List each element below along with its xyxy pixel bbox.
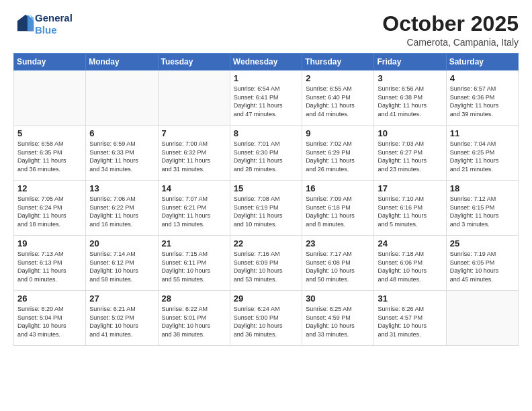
- week-row-1: 1Sunrise: 6:54 AM Sunset: 6:41 PM Daylig…: [14, 71, 519, 126]
- day-cell: 26Sunrise: 6:20 AM Sunset: 5:04 PM Dayli…: [14, 291, 86, 346]
- logo: General Blue: [13, 12, 73, 36]
- week-row-4: 19Sunrise: 7:13 AM Sunset: 6:13 PM Dayli…: [14, 236, 519, 291]
- day-number: 6: [89, 128, 154, 138]
- day-cell: 8Sunrise: 7:01 AM Sunset: 6:30 PM Daylig…: [230, 126, 302, 181]
- day-cell: 29Sunrise: 6:24 AM Sunset: 5:00 PM Dayli…: [230, 291, 302, 346]
- day-cell: 18Sunrise: 7:12 AM Sunset: 6:15 PM Dayli…: [446, 181, 518, 236]
- day-number: 18: [450, 183, 515, 193]
- week-row-3: 12Sunrise: 7:05 AM Sunset: 6:24 PM Dayli…: [14, 181, 519, 236]
- day-number: 27: [89, 293, 154, 304]
- day-number: 13: [89, 183, 154, 193]
- day-info: Sunrise: 7:10 AM Sunset: 6:16 PM Dayligh…: [378, 195, 442, 228]
- day-number: 11: [450, 128, 515, 138]
- calendar: SundayMondayTuesdayWednesdayThursdayFrid…: [13, 53, 519, 346]
- day-number: 14: [162, 183, 226, 193]
- day-info: Sunrise: 7:06 AM Sunset: 6:22 PM Dayligh…: [89, 195, 154, 228]
- day-number: 5: [17, 128, 82, 138]
- day-number: 20: [89, 238, 154, 248]
- day-info: Sunrise: 7:03 AM Sunset: 6:27 PM Dayligh…: [378, 140, 442, 173]
- day-cell: 25Sunrise: 7:19 AM Sunset: 6:05 PM Dayli…: [446, 236, 518, 291]
- day-info: Sunrise: 7:15 AM Sunset: 6:11 PM Dayligh…: [162, 250, 226, 283]
- day-info: Sunrise: 6:21 AM Sunset: 5:02 PM Dayligh…: [89, 305, 154, 338]
- day-number: 10: [378, 128, 442, 138]
- day-cell: 10Sunrise: 7:03 AM Sunset: 6:27 PM Dayli…: [374, 126, 446, 181]
- day-number: 17: [378, 183, 442, 193]
- day-info: Sunrise: 6:55 AM Sunset: 6:40 PM Dayligh…: [306, 85, 370, 118]
- day-info: Sunrise: 6:58 AM Sunset: 6:35 PM Dayligh…: [17, 140, 82, 173]
- day-info: Sunrise: 7:19 AM Sunset: 6:05 PM Dayligh…: [450, 250, 515, 283]
- day-cell: 30Sunrise: 6:25 AM Sunset: 4:59 PM Dayli…: [302, 291, 374, 346]
- weekday-wednesday: Wednesday: [230, 54, 302, 71]
- day-cell: 12Sunrise: 7:05 AM Sunset: 6:24 PM Dayli…: [14, 181, 86, 236]
- day-cell: 28Sunrise: 6:22 AM Sunset: 5:01 PM Dayli…: [158, 291, 230, 346]
- day-info: Sunrise: 7:07 AM Sunset: 6:21 PM Dayligh…: [162, 195, 226, 228]
- day-cell: 11Sunrise: 7:04 AM Sunset: 6:25 PM Dayli…: [446, 126, 518, 181]
- weekday-friday: Friday: [374, 54, 446, 71]
- day-number: 7: [162, 128, 226, 138]
- day-cell: 23Sunrise: 7:17 AM Sunset: 6:08 PM Dayli…: [302, 236, 374, 291]
- day-cell: [86, 71, 158, 126]
- day-number: 16: [306, 183, 370, 193]
- day-cell: 20Sunrise: 7:14 AM Sunset: 6:12 PM Dayli…: [86, 236, 158, 291]
- weekday-sunday: Sunday: [14, 54, 86, 71]
- day-cell: 9Sunrise: 7:02 AM Sunset: 6:29 PM Daylig…: [302, 126, 374, 181]
- day-info: Sunrise: 7:14 AM Sunset: 6:12 PM Dayligh…: [89, 250, 154, 283]
- week-row-5: 26Sunrise: 6:20 AM Sunset: 5:04 PM Dayli…: [14, 291, 519, 346]
- day-info: Sunrise: 6:54 AM Sunset: 6:41 PM Dayligh…: [234, 85, 298, 118]
- day-number: 23: [306, 238, 370, 248]
- day-number: 9: [306, 128, 370, 138]
- day-cell: 7Sunrise: 7:00 AM Sunset: 6:32 PM Daylig…: [158, 126, 230, 181]
- weekday-monday: Monday: [86, 54, 158, 71]
- day-cell: 6Sunrise: 6:59 AM Sunset: 6:33 PM Daylig…: [86, 126, 158, 181]
- day-info: Sunrise: 7:02 AM Sunset: 6:29 PM Dayligh…: [306, 140, 370, 173]
- day-info: Sunrise: 6:22 AM Sunset: 5:01 PM Dayligh…: [162, 305, 226, 338]
- page: General Blue October 2025 Camerota, Camp…: [0, 0, 532, 353]
- day-number: 19: [17, 238, 82, 248]
- title-block: October 2025 Camerota, Campania, Italy: [382, 12, 519, 48]
- day-info: Sunrise: 7:01 AM Sunset: 6:30 PM Dayligh…: [234, 140, 298, 173]
- day-info: Sunrise: 6:25 AM Sunset: 4:59 PM Dayligh…: [306, 305, 370, 338]
- day-number: 22: [234, 238, 298, 248]
- location: Camerota, Campania, Italy: [382, 37, 519, 48]
- day-cell: 4Sunrise: 6:57 AM Sunset: 6:36 PM Daylig…: [446, 71, 518, 126]
- day-info: Sunrise: 6:56 AM Sunset: 6:38 PM Dayligh…: [378, 85, 442, 118]
- day-cell: 19Sunrise: 7:13 AM Sunset: 6:13 PM Dayli…: [14, 236, 86, 291]
- day-info: Sunrise: 7:12 AM Sunset: 6:15 PM Dayligh…: [450, 195, 515, 228]
- header: General Blue October 2025 Camerota, Camp…: [13, 12, 519, 48]
- day-cell: [158, 71, 230, 126]
- day-info: Sunrise: 6:20 AM Sunset: 5:04 PM Dayligh…: [17, 305, 82, 338]
- day-info: Sunrise: 6:26 AM Sunset: 4:57 PM Dayligh…: [378, 305, 442, 338]
- day-number: 8: [234, 128, 298, 138]
- day-cell: 31Sunrise: 6:26 AM Sunset: 4:57 PM Dayli…: [374, 291, 446, 346]
- day-cell: 27Sunrise: 6:21 AM Sunset: 5:02 PM Dayli…: [86, 291, 158, 346]
- day-cell: 15Sunrise: 7:08 AM Sunset: 6:19 PM Dayli…: [230, 181, 302, 236]
- day-info: Sunrise: 7:09 AM Sunset: 6:18 PM Dayligh…: [306, 195, 370, 228]
- day-cell: [446, 291, 518, 346]
- day-cell: 1Sunrise: 6:54 AM Sunset: 6:41 PM Daylig…: [230, 71, 302, 126]
- weekday-tuesday: Tuesday: [158, 54, 230, 71]
- day-number: 28: [162, 293, 226, 304]
- day-cell: 2Sunrise: 6:55 AM Sunset: 6:40 PM Daylig…: [302, 71, 374, 126]
- day-info: Sunrise: 7:16 AM Sunset: 6:09 PM Dayligh…: [234, 250, 298, 283]
- day-info: Sunrise: 7:05 AM Sunset: 6:24 PM Dayligh…: [17, 195, 82, 228]
- day-number: 24: [378, 238, 442, 248]
- day-info: Sunrise: 6:24 AM Sunset: 5:00 PM Dayligh…: [234, 305, 298, 338]
- day-number: 25: [450, 238, 515, 248]
- day-info: Sunrise: 7:17 AM Sunset: 6:08 PM Dayligh…: [306, 250, 370, 283]
- day-number: 3: [378, 73, 442, 83]
- day-cell: 21Sunrise: 7:15 AM Sunset: 6:11 PM Dayli…: [158, 236, 230, 291]
- logo-text-general: General: [35, 12, 73, 24]
- day-info: Sunrise: 6:57 AM Sunset: 6:36 PM Dayligh…: [450, 85, 515, 118]
- day-number: 2: [306, 73, 370, 83]
- week-row-2: 5Sunrise: 6:58 AM Sunset: 6:35 PM Daylig…: [14, 126, 519, 181]
- logo-text-blue: Blue: [35, 24, 73, 36]
- day-number: 12: [17, 183, 82, 193]
- day-cell: [14, 71, 86, 126]
- day-cell: 13Sunrise: 7:06 AM Sunset: 6:22 PM Dayli…: [86, 181, 158, 236]
- day-info: Sunrise: 6:59 AM Sunset: 6:33 PM Dayligh…: [89, 140, 154, 173]
- weekday-thursday: Thursday: [302, 54, 374, 71]
- day-cell: 5Sunrise: 6:58 AM Sunset: 6:35 PM Daylig…: [14, 126, 86, 181]
- month-title: October 2025: [382, 12, 519, 36]
- day-number: 26: [17, 293, 82, 304]
- weekday-header-row: SundayMondayTuesdayWednesdayThursdayFrid…: [14, 54, 519, 71]
